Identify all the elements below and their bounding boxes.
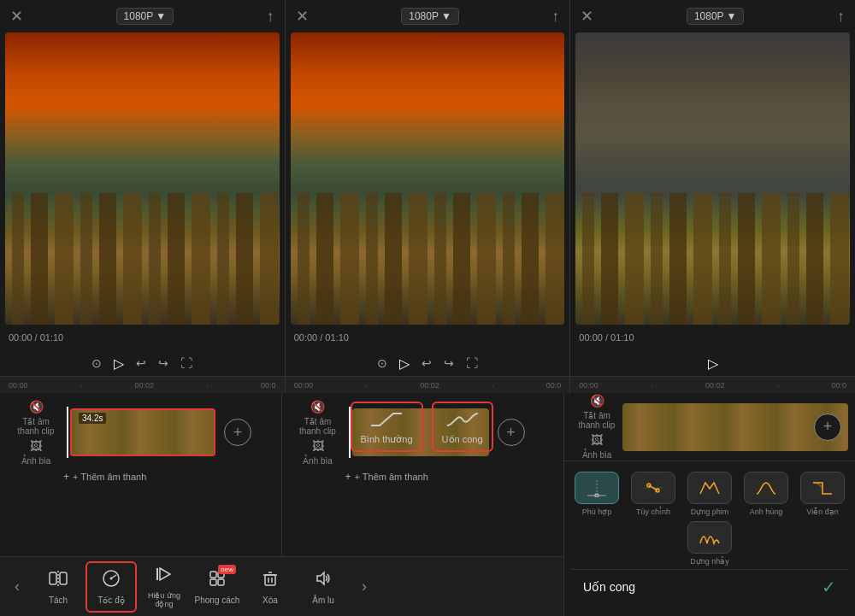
transition-binhthuong[interactable]: Bình thường <box>351 402 423 452</box>
resolution-badge-3[interactable]: 1080P ▼ <box>687 8 745 25</box>
svg-marker-17 <box>317 572 324 584</box>
svg-rect-12 <box>265 575 275 585</box>
add-clip-button-1[interactable]: + <box>224 419 251 446</box>
animation-icon <box>155 565 174 588</box>
close-icon-3[interactable]: ✕ <box>581 7 593 26</box>
thumbnail-button-1[interactable]: 🖼 <box>30 439 42 453</box>
video-panel-3: ✕ 1080P ▼ ↑ 00:00 / 01:10 ▷ 00:00 · <box>570 0 855 393</box>
video-image-2 <box>291 32 565 325</box>
toolbar-item-tach[interactable]: Tách <box>32 561 84 613</box>
add-clip-button-3[interactable]: + <box>814 414 841 441</box>
add-sound-row-1: + + Thêm âm thanh <box>3 466 278 487</box>
svg-point-5 <box>110 577 113 579</box>
fullscreen-icon-2[interactable]: ⛶ <box>466 356 478 370</box>
curve-tuychinch-label: Tùy chỉnh <box>636 507 670 516</box>
delete-icon <box>261 569 280 592</box>
close-icon-2[interactable]: ✕ <box>296 7 309 26</box>
close-icon-1[interactable]: ✕ <box>10 7 23 26</box>
transition-uoncong[interactable]: Uốn cong <box>432 402 493 452</box>
export-icon-3[interactable]: ↑ <box>837 8 845 26</box>
video-panel-1: ✕ 1080P ▼ ↑ 00:00 / 01:10 ⊙ ▷ ↩ ↪ ⛶ <box>0 0 286 393</box>
speed-icon <box>102 569 121 592</box>
play-button-2[interactable]: ▷ <box>399 355 410 372</box>
curve-phuhop[interactable]: Phù hợp <box>575 472 619 516</box>
toolbar: ‹ Tách <box>0 556 563 616</box>
curve-dungnhay[interactable]: Dựng nhảy <box>687 521 732 566</box>
curve-selected-name: Uốn cong <box>583 580 635 594</box>
video-panel-2: ✕ 1080P ▼ ↑ 00:00 / 01:10 ⊙ ▷ ↩ ↪ ⛶ <box>286 0 571 393</box>
toolbar-label-tach: Tách <box>49 595 68 605</box>
toolbar-label-hieung: Hiệu ứngđộng <box>148 591 180 608</box>
curve-dungnhay-label: Dựng nhảy <box>690 557 729 566</box>
toolbar-label-amlu: Âm lu <box>312 595 334 605</box>
split-icon <box>49 569 68 592</box>
curve-tuychinch[interactable]: Tùy chỉnh <box>631 472 675 516</box>
mute-button-1[interactable]: 🔇 <box>29 400 44 414</box>
video-preview-3 <box>575 32 850 325</box>
rotate-right-icon-1[interactable]: ↪ <box>158 356 168 370</box>
rotate-right-icon-2[interactable]: ↪ <box>444 356 454 370</box>
thumbnail-button-3[interactable]: 🖼 <box>591 433 603 447</box>
toolbar-item-amlu[interactable]: Âm lu <box>298 561 349 613</box>
new-badge: new <box>218 565 236 574</box>
play-button-3[interactable]: ▷ <box>708 355 718 372</box>
toolbar-label-phongcach: Phong cách <box>195 595 240 605</box>
video-preview-2 <box>291 32 565 325</box>
timecode-1: 00:00 / 01:10 <box>0 325 285 350</box>
timecode-3: 00:00 / 01:10 <box>570 325 855 350</box>
svg-rect-0 <box>50 572 56 584</box>
toolbar-item-xoa[interactable]: Xóa <box>245 561 296 613</box>
add-sound-button-2[interactable]: + + Thêm âm thanh <box>345 471 428 483</box>
curve-viedan[interactable]: Viễn đạn <box>800 472 845 516</box>
svg-rect-10 <box>210 579 216 585</box>
svg-rect-1 <box>60 572 67 584</box>
timeline-ruler-2: 00:00 · 00:02 · 00:0 <box>286 376 570 393</box>
toolbar-item-phongcach[interactable]: new Phong cách <box>192 561 243 613</box>
export-icon-2[interactable]: ↑ <box>551 8 559 26</box>
export-icon-1[interactable]: ↑ <box>267 8 274 26</box>
track-row-1: 🔇 Tắt âmthanh clip 🖼 Ảnh bìa <box>3 398 278 466</box>
add-sound-button-1[interactable]: + + Thêm âm thanh <box>63 471 146 483</box>
mute-button-2[interactable]: 🔇 <box>310 400 325 414</box>
timecode-2: 00:00 / 01:10 <box>286 325 570 350</box>
fullscreen-icon-1[interactable]: ⛶ <box>180 356 192 370</box>
resolution-badge-1[interactable]: 1080P ▼ <box>116 8 174 25</box>
add-sound-row-2: + + Thêm âm thanh <box>286 466 561 487</box>
rotate-left-icon-1[interactable]: ↩ <box>136 356 146 370</box>
clip-1[interactable]: 34.2s <box>70 408 215 456</box>
curve-confirm-button[interactable]: ✓ <box>822 577 836 597</box>
curve-dungphim[interactable]: Dựng phim <box>687 472 732 516</box>
transition-uoncong-label: Uốn cong <box>442 434 483 445</box>
transition-binhthuong-label: Bình thường <box>361 434 413 445</box>
toolbar-item-tocdo[interactable]: Tốc độ <box>86 561 137 613</box>
svg-rect-11 <box>218 579 224 585</box>
video-image-3 <box>575 32 850 325</box>
toolbar-item-hieung[interactable]: Hiệu ứngđộng <box>139 561 190 613</box>
curve-anhhung-label: Anh hùng <box>750 507 783 516</box>
curve-anhhung[interactable]: Anh hùng <box>744 472 788 516</box>
thumbnail-button-2[interactable]: 🖼 <box>312 439 324 453</box>
volume-icon <box>314 569 333 592</box>
sticker-icon-1[interactable]: ⊙ <box>91 356 102 370</box>
curve-dungphim-label: Dựng phim <box>691 507 729 516</box>
toolbar-label-xoa: Xóa <box>262 595 278 605</box>
svg-rect-8 <box>210 572 216 578</box>
play-button-1[interactable]: ▷ <box>114 355 124 372</box>
clip-3[interactable]: + <box>622 403 848 451</box>
resolution-badge-2[interactable]: 1080P ▼ <box>401 8 459 25</box>
video-image-1 <box>5 32 280 325</box>
timeline-ruler-3: 00:00 · 00:02 · 00:0 <box>570 376 855 393</box>
curve-viedan-label: Viễn đạn <box>806 507 838 516</box>
toolbar-label-tocdo: Tốc độ <box>97 595 124 605</box>
add-clip-button-2[interactable]: + <box>498 419 525 446</box>
timeline-ruler-1: 00:00 · 00:02 · 00:0 <box>0 376 285 393</box>
curve-phuhop-label: Phù hợp <box>582 507 612 516</box>
toolbar-nav-right[interactable]: › <box>351 573 378 601</box>
svg-marker-6 <box>160 568 170 580</box>
curve-name-row: Uốn cong ✓ <box>571 569 848 604</box>
mute-button-3[interactable]: 🔇 <box>590 394 604 408</box>
sticker-icon-2[interactable]: ⊙ <box>377 356 387 370</box>
rotate-left-icon-2[interactable]: ↩ <box>422 356 432 370</box>
toolbar-nav-left[interactable]: ‹ <box>3 573 31 601</box>
video-preview-1 <box>5 32 280 325</box>
